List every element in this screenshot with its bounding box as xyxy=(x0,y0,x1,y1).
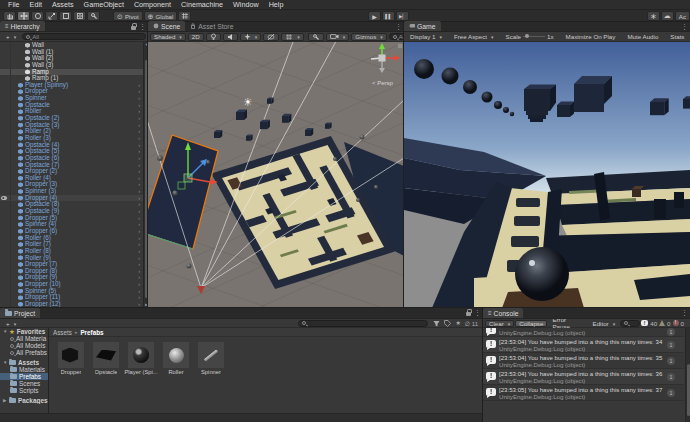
breadcrumb-root[interactable]: Assets xyxy=(53,329,72,336)
rect-tool-icon[interactable] xyxy=(59,11,72,21)
maximize-on-play-toggle[interactable]: Maximize On Play xyxy=(562,33,620,41)
hierarchy-row[interactable]: Opstacle xyxy=(0,102,148,109)
hierarchy-row[interactable]: Roller (6) xyxy=(0,235,148,242)
log-entry[interactable]: ! UnityEngine.Debug:Log (object) 1 xyxy=(483,328,684,337)
hierarchy-row[interactable]: Dropper (11) xyxy=(0,294,148,301)
hand-tool-icon[interactable] xyxy=(3,11,16,21)
hierarchy-row[interactable]: Dropper (9) xyxy=(0,274,148,281)
cloud-icon[interactable]: ☁ xyxy=(661,11,674,21)
mute-audio-toggle[interactable]: Mute Audio xyxy=(623,33,662,41)
info-count-icon[interactable]: ! xyxy=(641,320,648,326)
hierarchy-row[interactable]: Wall (3) xyxy=(0,62,148,69)
tab-game[interactable]: Game xyxy=(404,21,441,31)
console-search-input[interactable] xyxy=(620,320,640,327)
menu-item[interactable]: GameObject xyxy=(79,0,129,10)
create-asset-button[interactable]: + xyxy=(2,320,20,327)
asset-item[interactable]: Player (Spi... xyxy=(125,342,157,412)
hierarchy-row[interactable]: Opstacle (5) xyxy=(0,148,148,155)
packages-root[interactable]: ▶Packages xyxy=(0,397,48,404)
camera-dropdown-icon[interactable] xyxy=(326,33,350,41)
assets-root[interactable]: ▼Assets xyxy=(0,359,48,366)
hierarchy-search-input[interactable]: All xyxy=(22,33,146,40)
hierarchy-row[interactable]: Roller xyxy=(0,108,148,115)
hierarchy-row[interactable]: Dropper (6) xyxy=(0,228,148,235)
lighting-toggle-icon[interactable] xyxy=(206,33,221,41)
log-entry[interactable]: ! [23:53:05] You have bumped into a thin… xyxy=(483,385,684,401)
hierarchy-row[interactable]: Dropper xyxy=(0,88,148,95)
breadcrumb-current[interactable]: Prefabs xyxy=(80,329,103,336)
project-search-input[interactable] xyxy=(298,320,428,327)
hierarchy-row[interactable]: Spinner (3) xyxy=(0,188,148,195)
grid-snap-icon[interactable] xyxy=(178,11,191,21)
custom-tool-icon[interactable] xyxy=(87,11,100,21)
hierarchy-row[interactable]: Dropper (2) xyxy=(0,168,148,175)
scene-viewport[interactable]: ☀ < Persp xyxy=(148,42,404,308)
scale-slider[interactable]: Scale 1x xyxy=(502,33,558,41)
hierarchy-row[interactable]: Roller (2) xyxy=(0,128,148,135)
asset-item[interactable]: Roller xyxy=(160,342,192,412)
game-viewport[interactable] xyxy=(404,42,690,308)
asset-item[interactable]: Dropper xyxy=(55,342,87,412)
menu-item[interactable]: Component xyxy=(129,0,176,10)
panel-menu-icon[interactable]: ⋮ xyxy=(474,309,481,317)
hierarchy-row[interactable]: Opstacle (2) xyxy=(0,115,148,122)
hierarchy-row[interactable]: Player (Spinny) xyxy=(0,82,148,89)
menu-item[interactable]: Help xyxy=(264,0,289,10)
move-tool-icon[interactable] xyxy=(17,11,30,21)
hierarchy-row[interactable]: Opstacle (7) xyxy=(0,162,148,169)
menu-item[interactable]: Assets xyxy=(47,0,79,10)
asset-folder[interactable]: Scenes xyxy=(0,380,48,387)
hierarchy-row[interactable]: Roller (3) xyxy=(0,135,148,142)
editor-dropdown[interactable]: Editor xyxy=(589,320,620,327)
display-dropdown[interactable]: Display 1 xyxy=(406,33,446,41)
hierarchy-row[interactable]: Spinner (4) xyxy=(0,221,148,228)
divider[interactable] xyxy=(482,308,483,422)
hierarchy-row[interactable]: Dropper (5) xyxy=(0,215,148,222)
hierarchy-row[interactable]: Wall (1) xyxy=(0,49,148,56)
pivot-toggle[interactable]: ⊙Pivot xyxy=(113,11,143,21)
hierarchy-row[interactable]: Roller (7) xyxy=(0,241,148,248)
hierarchy-row[interactable]: Roller (4) xyxy=(0,175,148,182)
lock-icon[interactable] xyxy=(466,312,471,316)
effects-dropdown-icon[interactable] xyxy=(240,33,262,41)
hierarchy-row[interactable]: Wall (2) xyxy=(0,55,148,62)
favorite-item[interactable]: All Models xyxy=(0,342,48,349)
favorite-item[interactable]: All Materia xyxy=(0,335,48,342)
hierarchy-row[interactable]: Dropper (10) xyxy=(0,281,148,288)
favorites-root[interactable]: ▼★Favorites xyxy=(0,328,48,335)
hierarchy-row[interactable]: Ramp (1) xyxy=(0,75,148,82)
favorite-item[interactable]: All Prefabs xyxy=(0,349,48,356)
create-menu-button[interactable]: + xyxy=(2,33,20,41)
type-filter-icon[interactable] xyxy=(433,320,440,327)
2d-toggle[interactable]: 2D xyxy=(188,33,204,41)
play-button[interactable]: ▶ xyxy=(368,11,381,21)
asset-folder[interactable]: Prefabs xyxy=(0,373,48,380)
pause-button[interactable]: ▌▌ xyxy=(382,11,395,21)
save-search-icon[interactable]: ★ xyxy=(455,320,460,326)
menu-item[interactable]: Cinemachine xyxy=(176,0,228,10)
hierarchy-row[interactable]: Ramp xyxy=(0,69,148,76)
tab-scene[interactable]: Scene xyxy=(148,21,185,31)
tab-console[interactable]: ≡Console xyxy=(483,308,523,318)
hierarchy-row[interactable]: Opstacle (4) xyxy=(0,142,148,149)
account-button[interactable]: Ac xyxy=(675,11,690,21)
log-entry[interactable]: ! [23:53:04] You have bumped into a thin… xyxy=(483,337,684,353)
tab-project[interactable]: Project xyxy=(0,308,40,318)
rotate-tool-icon[interactable] xyxy=(31,11,44,21)
panel-menu-icon[interactable]: ⋮ xyxy=(139,23,146,31)
hierarchy-row[interactable]: Opstacle (6) xyxy=(0,155,148,162)
global-toggle[interactable]: ⊕Global xyxy=(144,11,178,21)
panel-menu-icon[interactable]: ⋮ xyxy=(395,23,402,31)
log-entry[interactable]: ! [23:53:04] You have bumped into a thin… xyxy=(483,353,684,369)
directional-light-gizmo[interactable]: ☀ xyxy=(243,96,253,108)
menu-item[interactable]: File xyxy=(3,0,25,10)
stats-toggle[interactable]: Stats xyxy=(666,33,688,41)
transform-tool-icon[interactable] xyxy=(73,11,86,21)
menu-item[interactable]: Window xyxy=(228,0,264,10)
hierarchy-row[interactable]: Dropper (8) xyxy=(0,268,148,275)
error-count-icon[interactable]: ! xyxy=(673,320,679,326)
asset-folder[interactable]: Materials xyxy=(0,366,48,373)
divider[interactable] xyxy=(403,22,404,308)
hierarchy-row[interactable]: Wall xyxy=(0,42,148,49)
menu-item[interactable]: Edit xyxy=(25,0,47,10)
